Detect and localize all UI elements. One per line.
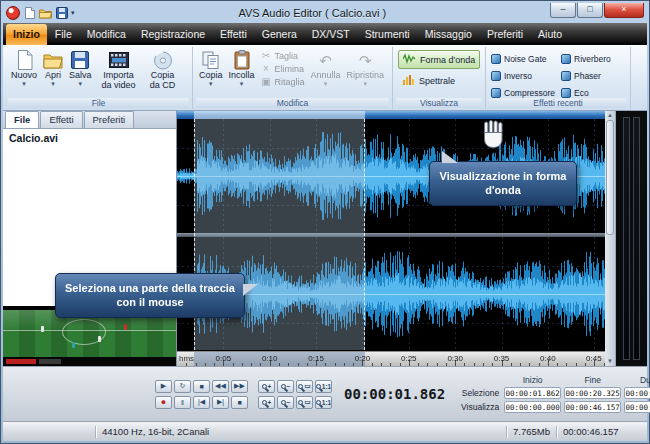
magnifier-icon (262, 384, 267, 389)
tab-effetti[interactable]: Effetti (213, 24, 254, 45)
tooltip-pointer (442, 151, 458, 163)
compressore-label: Compressore (504, 88, 555, 98)
annulla-button[interactable]: ↶ Annulla ▾ (308, 48, 344, 96)
quick-new-icon[interactable] (23, 7, 36, 20)
row-label-selezione: Selezione (455, 388, 501, 398)
copia-da-cd-button[interactable]: Copia da CD (143, 48, 183, 96)
riverbero-button[interactable]: Riverbero (561, 51, 625, 67)
visualizza-durata-field[interactable]: 00:00:46.157 (624, 401, 650, 413)
scroll-up-icon[interactable]: ▲ (605, 111, 615, 120)
selezione-fine-field[interactable]: 00:00:20.325 (564, 387, 621, 399)
pause-button[interactable]: ‖ (174, 396, 191, 409)
status-bar: 44100 Hz, 16-bit, 2Canali 7.765Mb 00:00:… (3, 421, 647, 441)
taglia-button[interactable]: ✂ Taglia (261, 51, 305, 61)
noise-gate-button[interactable]: Noise Gate (491, 51, 559, 67)
ribbon-group-file: Nuovo ▾ Apri ▾ Salva ▾ (5, 47, 193, 109)
quick-open-icon[interactable] (39, 7, 52, 20)
tab-missaggio[interactable]: Missaggio (418, 24, 479, 45)
taglia-label: Taglia (275, 51, 299, 61)
window-controls: – □ × (550, 3, 644, 18)
tab-genera[interactable]: Genera (255, 24, 304, 45)
quick-save-icon[interactable] (55, 7, 68, 20)
elimina-button[interactable]: × Elimina (261, 64, 305, 74)
selezione-durata-field[interactable]: 00:00:18.463 (624, 387, 650, 399)
panel-tab-effetti[interactable]: Effetti (40, 111, 82, 128)
ritaglia-button[interactable]: ▣ Ritaglia (261, 77, 305, 87)
tooltip-waveform-view: Visualizzazione in forma d'onda (429, 161, 577, 206)
tab-modifica[interactable]: Modifica (80, 24, 133, 45)
duration-status: 00:00:46.157 (563, 426, 647, 437)
panel-tab-file[interactable]: File (5, 111, 39, 128)
inverso-button[interactable]: Inverso (491, 68, 559, 84)
play-button[interactable]: ▶ (155, 380, 172, 393)
zoom-vertical-selection-button[interactable]: ▭ (296, 396, 313, 409)
apri-button[interactable]: Apri ▾ (40, 48, 66, 96)
ruler-unit-label: hms (179, 354, 194, 363)
zoom-out-button[interactable]: − (277, 380, 294, 393)
timeline-ruler[interactable]: hms 0:05 0:10 0:15 0:20 0:25 0:30 0:35 0… (177, 351, 605, 366)
tab-preferiti[interactable]: Preferiti (480, 24, 530, 45)
forward-button[interactable]: ▶▶ (231, 380, 248, 393)
importa-da-video-button[interactable]: Importa da video (95, 48, 143, 96)
magnifier-icon (281, 384, 286, 389)
overview-bar[interactable] (177, 111, 605, 119)
tab-aiuto[interactable]: Aiuto (531, 24, 569, 45)
elimina-label: Elimina (275, 64, 305, 74)
selezione-inizio-field[interactable]: 00:00:01.862 (504, 387, 561, 399)
rewind-button[interactable]: ◀◀ (212, 380, 229, 393)
stop-secondary-button[interactable]: ■ (231, 396, 248, 409)
riverbero-icon (561, 54, 571, 64)
compressore-icon (491, 88, 501, 98)
film-strip-icon (109, 49, 129, 71)
nuovo-button[interactable]: Nuovo ▾ (8, 48, 40, 96)
maximize-button[interactable]: □ (577, 3, 603, 18)
tab-dxvst[interactable]: DX/VST (305, 24, 357, 45)
paste-clipboard-icon (234, 49, 250, 71)
vertical-scrollbar[interactable]: ▲ ▼ (605, 111, 616, 366)
zoom-vertical-in-button[interactable]: + (258, 396, 275, 409)
panel-tab-preferiti[interactable]: Preferiti (84, 111, 135, 128)
cd-disc-icon (153, 49, 173, 71)
stop-button[interactable]: ■ (193, 380, 210, 393)
zoom-vertical-out-button[interactable]: − (277, 396, 294, 409)
zoom-vertical-full-button[interactable]: 1:1 (315, 396, 332, 409)
inverso-icon (491, 71, 501, 81)
copia-button[interactable]: Copia ▾ (196, 48, 226, 96)
level-meters (616, 111, 647, 366)
zoom-in-button[interactable]: + (258, 380, 275, 393)
ruler-tick-label: 0:15 (304, 354, 328, 363)
spettrale-button[interactable]: Spettrale (398, 71, 480, 90)
tab-strumenti[interactable]: Strumenti (358, 24, 417, 45)
record-button[interactable]: ● (155, 396, 172, 409)
save-floppy-icon (71, 49, 89, 71)
file-size-status: 7.765Mb (513, 426, 550, 437)
ripristina-button[interactable]: ↷ Ripristina ▾ (344, 48, 388, 96)
salva-button[interactable]: Salva ▾ (66, 48, 95, 96)
tooltip-select-track-text: Seleziona una parte della traccia con il… (65, 282, 235, 308)
loop-play-button[interactable]: ↻ (174, 380, 191, 393)
scissors-icon: ✂ (261, 51, 272, 61)
scrollbar-thumb[interactable] (606, 120, 614, 235)
zoom-full-button[interactable]: 1:1 (315, 380, 332, 393)
tab-registrazione[interactable]: Registrazione (134, 24, 212, 45)
visualizza-inizio-field[interactable]: 00:00:00.000 (504, 401, 561, 413)
phaser-button[interactable]: Phaser (561, 68, 625, 84)
go-to-end-button[interactable]: ▶| (212, 396, 229, 409)
incolla-button[interactable]: Incolla ▾ (226, 48, 258, 96)
zoom-selection-button[interactable]: ▭ (296, 380, 313, 393)
close-button[interactable]: × (604, 3, 644, 18)
tab-inizio[interactable]: Inizio (6, 24, 47, 45)
forma-donda-button[interactable]: Forma d'onda (398, 50, 480, 69)
quick-toolbar-dropdown-icon[interactable]: ▾ (71, 9, 75, 17)
dropdown-arrow-icon: ▾ (79, 81, 83, 87)
noise-gate-icon (491, 54, 501, 64)
magnifier-icon (298, 400, 303, 405)
hand-cursor-icon (481, 119, 507, 153)
scroll-down-icon[interactable]: ▼ (605, 357, 615, 366)
go-to-start-button[interactable]: |◀ (193, 396, 210, 409)
file-list-item[interactable]: Calcio.avi (9, 132, 170, 144)
tab-file[interactable]: File (48, 24, 79, 45)
minimize-button[interactable]: – (550, 3, 576, 18)
phaser-icon (561, 71, 571, 81)
visualizza-fine-field[interactable]: 00:00:46.157 (564, 401, 621, 413)
